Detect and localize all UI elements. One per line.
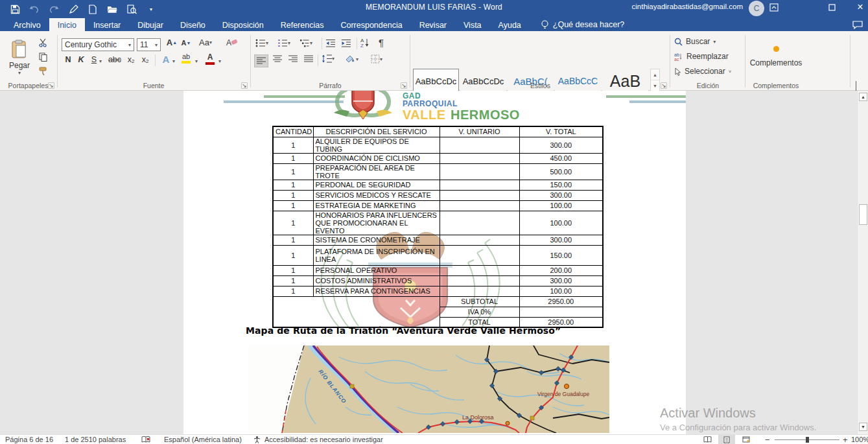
underline-dropdown-arrow[interactable]: ▾ (99, 58, 102, 64)
paste-button[interactable]: Pegar ▾ (5, 36, 34, 79)
tell-me-box[interactable]: ¿Qué desea hacer? (541, 18, 625, 31)
maximize-icon[interactable] (825, 1, 838, 13)
decrease-indent-icon[interactable] (325, 39, 336, 47)
multilevel-list-icon[interactable]: ▾ (299, 39, 312, 47)
table-cell-unit (440, 180, 519, 190)
zoom-out-button[interactable]: − (765, 435, 770, 444)
language-indicator[interactable]: Español (América latina) (164, 436, 242, 443)
table-cell-qty: 1 (273, 211, 313, 235)
styles-dialog-launcher-icon[interactable]: ↘ (661, 82, 667, 89)
zoom-level[interactable]: 100% (851, 436, 868, 443)
tab-archivo[interactable]: Archivo (5, 18, 49, 31)
underline-icon[interactable]: S (89, 55, 99, 64)
tab-vista[interactable]: Vista (455, 18, 490, 31)
style-preview: AaBbC( (508, 69, 554, 93)
table-cell-unit (440, 200, 519, 211)
table-cell-total: 150.00 (519, 180, 603, 190)
font-color-dropdown-arrow[interactable]: ▾ (218, 58, 221, 64)
close-icon[interactable]: × (854, 1, 867, 13)
zoom-in-button[interactable]: + (843, 435, 848, 444)
scrollbar-thumb[interactable] (859, 204, 867, 225)
increase-indent-icon[interactable] (341, 39, 351, 47)
styles-scroll-up-icon[interactable]: ▲ (651, 69, 659, 80)
tab-diseno[interactable]: Diseño (172, 18, 214, 31)
replace-label: Reemplazar (686, 52, 729, 61)
account-email[interactable]: cinthiayadirabastidas@gmail.com (632, 0, 743, 18)
format-painter-icon[interactable] (36, 66, 49, 76)
document-page[interactable]: GAD PARROQUIAL VALLE HERMOSO (183, 91, 686, 434)
tab-referencias[interactable]: Referencias (272, 18, 333, 31)
font-color-icon[interactable]: A (205, 53, 215, 65)
tab-correspondencia[interactable]: Correspondencia (332, 18, 410, 31)
font-name-combobox[interactable]: Century Gothic▾ (62, 38, 134, 51)
tab-disposicion[interactable]: Disposición (214, 18, 272, 31)
word-count[interactable]: 1 de 2510 palabras (65, 436, 126, 443)
highlight-color-swatch (182, 61, 191, 64)
tab-insertar[interactable]: Insertar (85, 18, 129, 31)
tab-dibujar[interactable]: Dibujar (129, 18, 172, 31)
collapse-ribbon-icon[interactable] (856, 82, 863, 89)
zoom-slider-thumb[interactable] (806, 437, 809, 443)
read-mode-button[interactable] (699, 435, 716, 444)
table-cell-qty: 1 (273, 235, 313, 245)
find-button[interactable]: Buscar▾ (674, 37, 716, 46)
copy-icon[interactable] (36, 52, 49, 62)
page-indicator[interactable]: Página 6 de 16 (5, 436, 53, 443)
text-effects-dropdown-arrow[interactable]: ▾ (172, 58, 175, 64)
show-paragraph-marks-icon[interactable]: ¶ (379, 37, 384, 48)
highlight-color-icon[interactable]: ab (182, 53, 191, 64)
web-layout-button[interactable] (738, 435, 755, 444)
bold-icon[interactable]: N (63, 55, 73, 64)
proofing-status-icon[interactable] (141, 436, 150, 444)
clipboard-dialog-launcher-icon[interactable]: ↘ (48, 82, 54, 89)
vertical-scrollbar[interactable]: ▲ ▼ (857, 91, 868, 434)
scroll-up-icon[interactable]: ▲ (859, 93, 867, 101)
bullets-icon[interactable]: ▾ (255, 39, 268, 47)
align-center-icon[interactable] (271, 55, 284, 63)
print-layout-button[interactable] (718, 435, 735, 444)
select-button[interactable]: Seleccionar˅ (674, 67, 731, 76)
grow-font-icon[interactable]: A▲ (165, 38, 178, 47)
table-cell-qty: 1 (273, 286, 313, 296)
highlight-dropdown-arrow[interactable]: ▾ (195, 58, 198, 64)
clear-formatting-icon[interactable]: A (225, 38, 239, 47)
ribbon-display-options-icon[interactable] (768, 1, 780, 13)
document-workspace[interactable]: GAD PARROQUIAL VALLE HERMOSO (0, 91, 857, 434)
numbering-icon[interactable]: ▾ (277, 39, 290, 47)
align-left-icon[interactable] (254, 54, 268, 67)
logo-text-valle: VALLE (403, 108, 446, 121)
font-size-combobox[interactable]: 11▾ (137, 38, 161, 51)
table-row: 1COORDINACIÓN DE CICLISMO450.00 (273, 153, 603, 163)
avatar[interactable]: C (749, 1, 764, 16)
map-poi-dolorosa (506, 421, 510, 425)
text-effects-icon[interactable]: A (160, 54, 172, 65)
tab-revisar[interactable]: Revisar (411, 18, 455, 31)
strikethrough-icon[interactable]: abc (107, 55, 123, 64)
accessibility-icon[interactable] (253, 436, 261, 444)
shading-icon[interactable]: ▾ (345, 54, 358, 64)
sort-icon[interactable]: AZ (360, 38, 370, 48)
align-right-icon[interactable] (287, 55, 299, 63)
table-cell-desc: COSTOS ADMINISTRATIVOS (313, 275, 440, 286)
line-spacing-icon[interactable]: ▾ (322, 54, 334, 63)
italic-icon[interactable]: K (76, 55, 86, 64)
shrink-font-icon[interactable]: A▼ (180, 39, 192, 47)
justify-icon[interactable] (302, 55, 315, 63)
addins-button[interactable]: Complementos (746, 36, 806, 76)
accessibility-status[interactable]: Accesibilidad: es necesario investigar (264, 436, 383, 443)
cut-icon[interactable] (36, 38, 49, 48)
tab-ayuda[interactable]: Ayuda (490, 18, 530, 31)
change-case-icon[interactable]: Aa▾ (196, 38, 215, 47)
services-table[interactable]: CANTIDADDESCRIPCIÓN DEL SERVICIOV. UNITA… (272, 126, 604, 328)
tab-inicio[interactable]: Inicio (49, 18, 85, 31)
font-dialog-launcher-icon[interactable]: ↘ (241, 82, 248, 89)
find-label: Buscar (686, 37, 710, 46)
paragraph-dialog-launcher-icon[interactable]: ↘ (401, 82, 407, 89)
table-cell-qty: 1 (273, 153, 313, 163)
comments-icon[interactable] (852, 20, 863, 32)
superscript-icon[interactable]: x2 (139, 55, 151, 64)
subscript-icon[interactable]: x2 (125, 55, 137, 64)
borders-icon[interactable]: ▾ (371, 54, 382, 64)
scroll-down-icon[interactable]: ▼ (859, 423, 867, 431)
replace-button[interactable]: abac Reemplazar (674, 52, 729, 61)
